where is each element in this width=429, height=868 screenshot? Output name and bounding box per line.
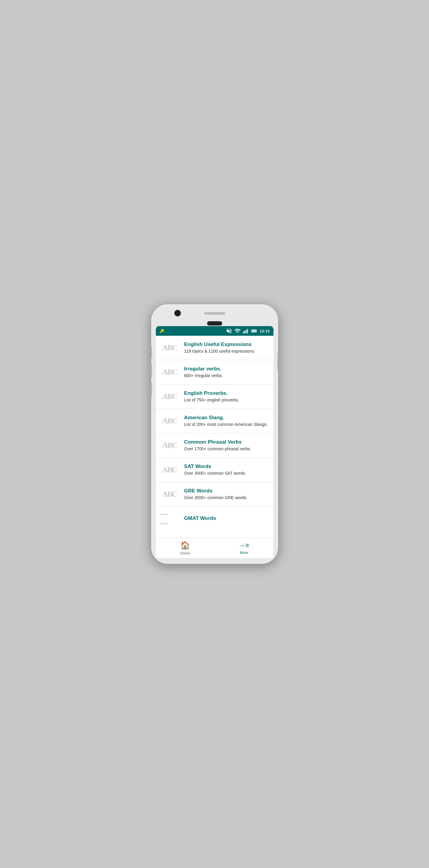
nav-more[interactable]: →≡ More	[215, 540, 273, 557]
list-item[interactable]: ABC English Useful Expressions 119 topic…	[156, 336, 273, 360]
item-desc: 119 topics & 1100 useful expressions.	[184, 348, 269, 354]
item-title: Irregular verbs.	[184, 366, 269, 372]
mute-icon	[226, 328, 233, 334]
item-title: American Slang.	[184, 415, 269, 421]
list-item-gmat-words[interactable]: — — GMAT Words	[156, 507, 273, 531]
power-button	[277, 352, 278, 371]
signal-icon	[243, 328, 249, 334]
item-desc: Over 3500+ common GRE words.	[184, 495, 269, 501]
item-desc: List of 200+ most common American Slangs…	[184, 422, 269, 428]
list-item-gre-words[interactable]: ABC GRE Words Over 3500+ common GRE word…	[156, 482, 273, 507]
svg-rect-3	[247, 329, 248, 334]
item-desc: Over 3000+ common SAT words.	[184, 470, 269, 476]
more-label: More	[240, 551, 248, 555]
phone-screen: 🔑	[156, 326, 273, 558]
abc-icon: ABC	[160, 414, 179, 428]
notch-pill	[207, 321, 222, 326]
camera-lens	[175, 310, 180, 316]
svg-rect-0	[243, 332, 244, 333]
item-title: English Proverbs.	[184, 390, 269, 396]
abc-icon: ABC	[160, 341, 179, 355]
svg-rect-2	[246, 330, 247, 333]
item-desc: List of 750+ english proverbs.	[184, 397, 269, 403]
item-text: American Slang. List of 200+ most common…	[184, 415, 269, 428]
abc-icon: ABC	[160, 438, 179, 453]
item-text: GRE Words Over 3500+ common GRE words.	[184, 488, 269, 501]
list-item[interactable]: ABC Common Phrasal Verbs Over 1700+ comm…	[156, 433, 273, 458]
item-title: English Useful Expressions	[184, 341, 269, 347]
wifi-icon	[234, 328, 241, 334]
home-label: Home	[180, 551, 190, 555]
item-title-gre-words: GRE Words	[184, 488, 269, 494]
status-left: 🔑	[159, 329, 164, 333]
item-text: Irregular verbs. 600+ irregular verbs.	[184, 366, 269, 379]
item-desc: Over 1700+ common phrasal verbs.	[184, 446, 269, 452]
item-text: English Useful Expressions 119 topics & …	[184, 341, 269, 354]
home-icon: 🏠	[180, 541, 190, 550]
volume-down-button	[151, 363, 152, 378]
abc-icon: ABC	[160, 390, 179, 404]
abc-icon-gmat: — —	[160, 512, 179, 526]
abc-icon: ABC	[160, 365, 179, 379]
silent-button	[151, 382, 152, 397]
more-icon: →≡	[239, 541, 249, 550]
status-right: 12:13	[226, 328, 270, 334]
item-title: Common Phrasal Verbs	[184, 439, 269, 445]
item-desc: 600+ irregular verbs.	[184, 373, 269, 379]
list-item-sat-words[interactable]: ABC SAT Words Over 3000+ common SAT word…	[156, 458, 273, 482]
vpn-key-icon: 🔑	[159, 329, 164, 333]
abc-icon: ABC	[160, 487, 179, 501]
phone-shell: 🔑	[151, 304, 278, 564]
item-text: English Proverbs. List of 750+ english p…	[184, 390, 269, 403]
status-bar: 🔑	[156, 326, 273, 336]
abc-icon: ABC	[160, 463, 179, 477]
svg-rect-5	[252, 330, 256, 332]
svg-rect-6	[256, 331, 257, 332]
list-item[interactable]: ABC English Proverbs. List of 750+ engli…	[156, 384, 273, 409]
item-text: GMAT Words	[184, 516, 269, 522]
volume-up-button	[151, 347, 152, 359]
list-item[interactable]: ABC Irregular verbs. 600+ irregular verb…	[156, 360, 273, 384]
item-text: SAT Words Over 3000+ common SAT words.	[184, 464, 269, 476]
battery-icon	[251, 328, 258, 334]
nav-home[interactable]: 🏠 Home	[156, 539, 215, 557]
status-time: 12:13	[259, 329, 270, 333]
item-text: Common Phrasal Verbs Over 1700+ common p…	[184, 439, 269, 452]
list-item[interactable]: ABC American Slang. List of 200+ most co…	[156, 409, 273, 433]
svg-rect-1	[245, 331, 245, 333]
item-title-sat-words: SAT Words	[184, 464, 269, 470]
speaker	[204, 312, 225, 315]
content-list: ABC English Useful Expressions 119 topic…	[156, 336, 273, 538]
item-title-gmat-words: GMAT Words	[184, 516, 269, 521]
bottom-nav: 🏠 Home →≡ More	[156, 538, 273, 558]
